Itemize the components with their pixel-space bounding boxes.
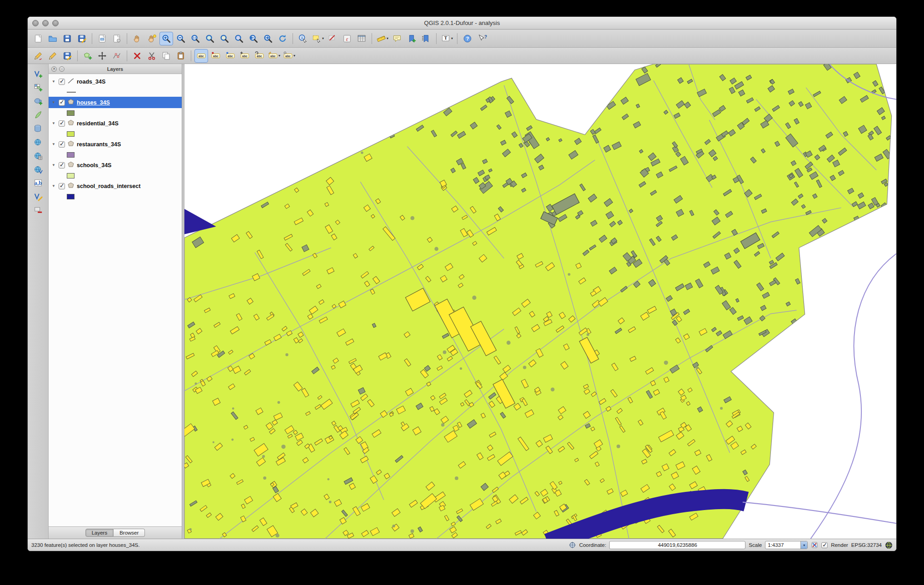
select-features-icon[interactable]: ▾: [311, 32, 325, 45]
add-mssql-layer-icon[interactable]: [31, 122, 45, 135]
label-change-icon[interactable]: abc▾: [267, 49, 281, 63]
titlebar[interactable]: QGIS 2.0.1-Dufour - analysis: [28, 17, 896, 30]
zoom-to-layer-icon[interactable]: [232, 32, 246, 45]
scale-combo[interactable]: 1:4337 ▼: [765, 541, 808, 549]
disclosure-triangle-icon[interactable]: ▼: [52, 142, 56, 146]
layer-item-houses_34S[interactable]: ▼houses_34S: [49, 97, 182, 108]
open-attribute-table-icon[interactable]: [355, 32, 368, 45]
add-wms-layer-icon[interactable]: [31, 136, 45, 149]
layer-item-school_roads_intersect[interactable]: ▼school_roads_intersect: [49, 180, 182, 192]
panel-float-button[interactable]: ○: [59, 66, 65, 72]
open-project-icon[interactable]: [46, 32, 60, 45]
add-delimited-text-icon[interactable]: a,b: [31, 177, 45, 189]
add-spatialite-layer-icon[interactable]: [31, 109, 45, 121]
layer-symbol-swatch[interactable]: [67, 152, 75, 158]
whats-this-icon[interactable]: ?: [475, 32, 489, 45]
panel-close-button[interactable]: ✕: [51, 66, 57, 72]
layer-label[interactable]: restaurants_34S: [77, 141, 121, 148]
disclosure-triangle-icon[interactable]: ▼: [52, 121, 56, 125]
show-bookmarks-icon[interactable]: [419, 32, 433, 45]
layer-visibility-checkbox[interactable]: [59, 79, 65, 85]
remove-layer-icon[interactable]: [31, 204, 45, 217]
label-properties-icon[interactable]: abc▾: [282, 49, 296, 63]
panel-tab-browser[interactable]: Browser: [114, 529, 145, 537]
move-feature-icon[interactable]: [95, 49, 109, 63]
disclosure-triangle-icon[interactable]: ▼: [52, 184, 56, 188]
layer-visibility-checkbox[interactable]: [59, 162, 65, 169]
layer-labeling-icon[interactable]: abc: [194, 49, 208, 63]
map-tips-icon[interactable]: [390, 32, 404, 45]
add-vector-layer-icon[interactable]: [31, 68, 45, 80]
zoom-full-icon[interactable]: [203, 32, 217, 45]
layer-symbol-swatch[interactable]: [67, 110, 75, 116]
layer-label[interactable]: roads_34S: [77, 79, 105, 85]
layer-item-roads_34S[interactable]: ▼roads_34S: [49, 76, 182, 87]
layer-visibility-checkbox[interactable]: [59, 99, 65, 106]
layer-label[interactable]: school_roads_intersect: [77, 183, 140, 189]
crs-status-icon[interactable]: [885, 541, 893, 549]
current-edits-icon[interactable]: [31, 49, 45, 63]
layer-visibility-checkbox[interactable]: [59, 141, 65, 148]
map-canvas[interactable]: [184, 64, 896, 539]
toggle-editing-icon[interactable]: [46, 49, 60, 63]
paste-features-icon[interactable]: [174, 49, 188, 63]
layer-symbol-swatch[interactable]: [67, 173, 75, 178]
copy-features-icon[interactable]: [159, 49, 173, 63]
layer-symbol-swatch[interactable]: [67, 194, 75, 199]
panel-tab-layers[interactable]: Layers: [85, 529, 114, 537]
label-rotate-icon[interactable]: abc: [253, 49, 266, 63]
layer-symbol-swatch[interactable]: [67, 92, 76, 93]
mouse-position-icon[interactable]: [569, 541, 576, 549]
zoom-next-icon[interactable]: [261, 32, 275, 45]
layer-item-restaurants_34S[interactable]: ▼restaurants_34S: [49, 139, 182, 150]
close-button[interactable]: [32, 20, 39, 26]
layer-visibility-checkbox[interactable]: [59, 183, 65, 189]
stop-rendering-icon[interactable]: [811, 541, 818, 549]
label-move-icon[interactable]: abc: [238, 49, 252, 63]
add-postgis-layer-icon[interactable]: [31, 95, 45, 108]
layer-item-residential_34S[interactable]: ▼residential_34S: [49, 118, 182, 129]
zoom-actual-icon[interactable]: 1:1: [189, 32, 202, 45]
help-contents-icon[interactable]: ?: [461, 32, 474, 45]
pan-map-icon[interactable]: [130, 32, 144, 45]
field-calculator-icon[interactable]: ε: [340, 32, 354, 45]
disclosure-triangle-icon[interactable]: ▼: [52, 100, 56, 104]
composer-manager-icon[interactable]: [110, 32, 124, 45]
node-tool-icon[interactable]: [110, 49, 124, 63]
new-shapefile-layer-icon[interactable]: [31, 190, 45, 203]
refresh-map-icon[interactable]: [276, 32, 289, 45]
new-bookmark-icon[interactable]: [405, 32, 418, 45]
deselect-features-icon[interactable]: [326, 32, 339, 45]
delete-selected-icon[interactable]: [130, 49, 144, 63]
zoom-in-icon[interactable]: [159, 32, 173, 45]
zoom-last-icon[interactable]: [247, 32, 260, 45]
layer-visibility-checkbox[interactable]: [59, 120, 65, 127]
add-wfs-layer-icon[interactable]: [31, 163, 45, 176]
zoom-out-icon[interactable]: [174, 32, 188, 45]
add-wcs-layer-icon[interactable]: [31, 149, 45, 162]
coordinate-input[interactable]: [609, 541, 745, 549]
cut-features-icon[interactable]: [145, 49, 159, 63]
label-pin-icon[interactable]: abc: [209, 49, 223, 63]
disclosure-triangle-icon[interactable]: ▼: [52, 79, 56, 84]
text-annotation-icon[interactable]: T▾: [440, 32, 454, 45]
minimize-button[interactable]: [42, 20, 49, 26]
layer-symbol-swatch[interactable]: [67, 131, 75, 137]
measure-icon[interactable]: ▾: [375, 32, 389, 45]
layer-label[interactable]: residential_34S: [77, 120, 119, 127]
zoom-button[interactable]: [52, 20, 59, 26]
save-project-icon[interactable]: [60, 32, 74, 45]
zoom-to-selection-icon[interactable]: [218, 32, 231, 45]
layer-label[interactable]: schools_34S: [77, 162, 111, 169]
new-project-icon[interactable]: [31, 32, 45, 45]
save-layer-edits-icon[interactable]: [60, 49, 74, 63]
new-composer-icon[interactable]: [95, 32, 109, 45]
layer-label[interactable]: houses_34S: [77, 99, 110, 106]
add-feature-icon[interactable]: [81, 49, 94, 63]
label-show-hide-icon[interactable]: abc: [224, 49, 237, 63]
save-project-as-icon[interactable]: [75, 32, 89, 45]
render-checkbox[interactable]: [821, 542, 828, 548]
disclosure-triangle-icon[interactable]: ▼: [52, 163, 56, 167]
layer-item-schools_34S[interactable]: ▼schools_34S: [49, 159, 182, 171]
identify-features-icon[interactable]: i: [296, 32, 310, 45]
